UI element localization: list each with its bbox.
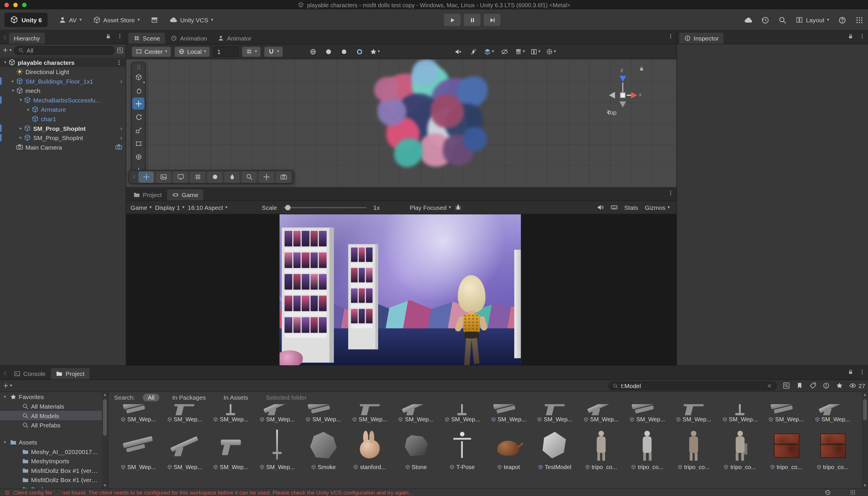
stats-button[interactable]: Stats (624, 204, 638, 211)
kebab-menu-icon[interactable] (859, 369, 865, 375)
asset-item[interactable]: tripo_co... (578, 428, 624, 470)
tab-inspector[interactable]: Inspector (679, 33, 724, 44)
search-scope-in-packages[interactable]: In Packages (167, 393, 211, 401)
tool-handle-position-dropdown[interactable]: Center ▾ (132, 46, 171, 57)
asset-item[interactable]: SM_Wep... (347, 404, 393, 423)
kebab-menu-icon[interactable] (667, 33, 674, 40)
camera-overlay-button[interactable] (276, 171, 291, 182)
lock-icon[interactable] (848, 369, 854, 375)
asset-item[interactable]: SM_Wep... (254, 428, 300, 470)
kebab-menu-icon[interactable] (859, 33, 865, 40)
asset-item[interactable]: SM_Wep... (809, 404, 855, 423)
status-error-text[interactable]: Client config file '...' not found. The … (13, 489, 413, 495)
asset-item[interactable]: SM_Wep... (208, 428, 254, 470)
hierarchy-item[interactable]: ▸Armature (0, 105, 126, 114)
favorite-button[interactable] (836, 382, 843, 389)
prefab-open-arrow[interactable]: › (120, 125, 122, 131)
scale-slider-knob[interactable] (285, 205, 291, 210)
zoom-window-button[interactable] (22, 3, 27, 7)
project-search-field[interactable]: t:Model (608, 381, 777, 390)
asset-item[interactable]: tripo_co... (670, 428, 717, 470)
scene-viewport[interactable]: ▾ z x < Top (126, 59, 677, 187)
scale-slider[interactable] (284, 207, 367, 208)
asset-item[interactable]: SM_Wep... (717, 404, 763, 423)
prefab-open-arrow[interactable]: › (120, 78, 122, 84)
tab-animator[interactable]: Animator (213, 33, 256, 44)
aspect-ratio-dropdown[interactable]: 16:10 Aspect ▾ (188, 204, 227, 211)
asset-item[interactable]: SM_Wep... (254, 404, 300, 423)
tab-scene[interactable]: Scene (128, 33, 165, 44)
saved-search-button[interactable] (796, 382, 803, 389)
clear-search-button[interactable] (767, 383, 772, 388)
search-button[interactable] (778, 16, 787, 24)
gizmo-x-arrow[interactable] (631, 92, 637, 99)
tab-project[interactable]: Project (51, 368, 90, 379)
gizmos-toggle-button[interactable]: ▾ (544, 46, 557, 57)
asset-store-dropdown[interactable]: Asset Store ▾ (93, 16, 140, 24)
asset-item[interactable]: TestModel (532, 428, 578, 470)
asset-item[interactable]: SM_Wep... (115, 404, 161, 423)
panel-handle-icon[interactable] (2, 34, 8, 42)
split-view-button[interactable]: ▾ (529, 46, 542, 57)
asset-item[interactable]: SM_Wep... (532, 404, 578, 423)
sidebar-scrollbar[interactable]: ▲ ▼ (102, 392, 108, 489)
screen-overlay-button[interactable] (173, 171, 188, 182)
asset-item[interactable]: SM_Wep... (161, 428, 208, 470)
minimize-window-button[interactable] (13, 3, 18, 7)
gizmos-dropdown[interactable]: Gizmos ▾ (645, 204, 670, 211)
unity-version-button[interactable]: Unity 6 (4, 13, 47, 27)
input-debug-button[interactable] (611, 204, 618, 211)
asset-item[interactable]: tripo_co... (717, 428, 763, 470)
overlays-button[interactable]: ▾ (513, 46, 526, 57)
cloud-services-button[interactable] (744, 16, 752, 24)
asset-item[interactable]: SM_Wep... (485, 404, 532, 423)
folder-item-misfitdollz-box-1-versi[interactable]: MisfitDollz Box #1 (versi... (0, 466, 108, 475)
move-overlay-button[interactable] (138, 171, 154, 182)
rotate-tool-button[interactable] (132, 111, 144, 123)
hierarchy-search-field[interactable]: All (14, 46, 114, 55)
expand-arrow[interactable]: ▸ (18, 126, 24, 130)
status-progress-button[interactable] (825, 489, 831, 495)
scroll-down-arrow[interactable]: ▼ (863, 483, 867, 488)
folder-item-misfitdollz-box-1-versi[interactable]: MisfitDollz Box #1 (versi... (0, 475, 108, 485)
hidden-count-toggle[interactable]: 27 (849, 382, 865, 389)
tab-project[interactable]: Project (128, 189, 167, 200)
asset-item[interactable]: SM_Wep... (115, 428, 161, 470)
hierarchy-item[interactable]: char1 (0, 114, 126, 124)
view-tool-button[interactable] (132, 84, 144, 96)
gizmo-negative-z-arrow[interactable] (619, 101, 626, 107)
play-focused-dropdown[interactable]: Play Focused ▾ (410, 204, 451, 211)
game-display-mode-dropdown[interactable]: Game ▾ (131, 204, 152, 211)
tool-handle-rotation-dropdown[interactable]: Local ▾ (174, 46, 210, 57)
asset-item[interactable]: T-Pose (439, 428, 486, 470)
scrollbar-thumb[interactable] (863, 399, 867, 420)
draw-mode-button[interactable] (306, 46, 320, 57)
play-button[interactable] (444, 14, 460, 26)
label-button[interactable] (809, 382, 817, 389)
asset-item[interactable]: tripo_co... (763, 428, 809, 470)
lock-icon[interactable] (848, 33, 854, 40)
camera-icon[interactable] (115, 143, 122, 151)
asset-item[interactable]: Smoke (300, 428, 347, 470)
layout-dropdown[interactable]: Layout ▾ (795, 16, 829, 24)
hierarchy-item[interactable]: Directional Light (0, 67, 126, 77)
move-tool-button[interactable] (132, 97, 144, 110)
grid-overlay-button[interactable] (190, 171, 205, 182)
asset-item[interactable]: SM_Wep... (624, 404, 670, 423)
search-scope-selected-folder[interactable]: Selected folder (261, 393, 312, 401)
favorites-item-all-prefabs[interactable]: All Prefabs (0, 420, 108, 430)
scene-object-3d[interactable] (370, 61, 497, 169)
tab-game[interactable]: Game (167, 189, 203, 200)
hierarchy-item[interactable]: ▸SM_Prop_ShopInt› (0, 133, 126, 142)
asset-item[interactable]: teapot (485, 428, 532, 470)
gizmo-negative-x-arrow[interactable] (609, 92, 615, 99)
game-viewport[interactable] (126, 214, 677, 365)
kebab-icon[interactable] (116, 59, 122, 66)
grid-scrollbar[interactable]: ▲ ▼ (862, 392, 868, 489)
scale-tool-button[interactable] (132, 124, 144, 136)
scroll-up-arrow[interactable]: ▲ (863, 392, 867, 398)
expand-arrow[interactable]: ▾ (2, 60, 9, 65)
asset-item[interactable]: SM_Wep... (208, 404, 254, 423)
folder-item-meshy-ai-0202001714[interactable]: Meshy_AI__0202001714_... (0, 447, 108, 456)
image-overlay-button[interactable] (156, 171, 171, 182)
